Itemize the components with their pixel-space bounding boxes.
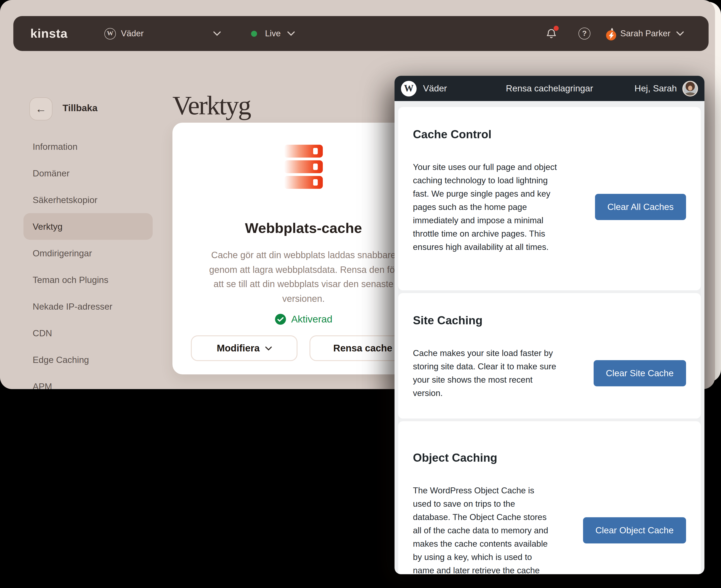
- server-stack-icon: [284, 145, 323, 189]
- section-text: Cache makes your site load faster by sto…: [413, 346, 584, 400]
- screenshot-stage: kinsta W Väder Live ?: [0, 0, 721, 588]
- back-label: Tillbaka: [62, 102, 98, 113]
- chevron-down-icon[interactable]: [676, 31, 684, 36]
- help-button[interactable]: ?: [578, 27, 590, 40]
- clear-object-cache-button[interactable]: Clear Object Cache: [583, 517, 686, 543]
- navbar-right-group: ? Sarah Parker: [545, 27, 684, 40]
- status-badge: Aktiverad: [291, 314, 332, 325]
- sidebar-item-edge-caching[interactable]: Edge Caching: [23, 346, 153, 373]
- user-name[interactable]: Sarah Parker: [620, 28, 670, 39]
- page-title: Verktyg: [173, 90, 251, 121]
- notification-badge: [554, 26, 559, 31]
- sidebar-item-apm[interactable]: APM: [23, 373, 153, 389]
- back-button[interactable]: ←: [29, 98, 53, 120]
- wp-site-name[interactable]: Väder: [423, 83, 447, 94]
- user-avatar-button[interactable]: [610, 29, 614, 38]
- object-caching-section: Object Caching The WordPress Object Cach…: [398, 421, 701, 574]
- card-description: Cache gör att din webbplats laddas snabb…: [200, 248, 407, 306]
- section-title: Site Caching: [413, 313, 686, 327]
- environment-selector-label[interactable]: Live: [265, 28, 281, 39]
- sidebar-item-information[interactable]: Information: [23, 133, 153, 160]
- wp-panel-body: Cache Control Your site uses our full pa…: [395, 101, 704, 574]
- arrow-left-icon: ←: [35, 102, 46, 115]
- section-title: Cache Control: [413, 127, 686, 141]
- sidebar-item-sakerhetskopior[interactable]: Säkerhetskopior: [23, 187, 153, 213]
- sidebar-item-nekade-ip-adresser[interactable]: Nekade IP-adresser: [23, 293, 153, 320]
- section-text: Your site uses our full page and object …: [413, 160, 584, 254]
- section-title: Object Caching: [413, 450, 686, 464]
- section-text: The WordPress Object Cache is used to sa…: [413, 484, 583, 574]
- wp-admin-bar: W Väder Rensa cachelagringar Hej, Sarah: [395, 76, 704, 101]
- clear-site-cache-button[interactable]: Clear Site Cache: [594, 360, 686, 386]
- site-sidebar: Information Domäner Säkerhetskopior Verk…: [23, 133, 153, 389]
- notifications-button[interactable]: [545, 27, 557, 40]
- site-caching-section: Site Caching Cache makes your site load …: [398, 293, 701, 419]
- chevron-down-icon[interactable]: [287, 31, 295, 36]
- sidebar-item-domaner[interactable]: Domäner: [23, 160, 153, 187]
- chevron-down-icon: [265, 346, 272, 350]
- top-navbar: kinsta W Väder Live ?: [13, 16, 708, 51]
- check-circle-icon: [275, 313, 286, 325]
- wordpress-logo-icon[interactable]: W: [401, 81, 417, 96]
- wp-greeting: Hej, Sarah: [635, 83, 677, 94]
- sidebar-item-verktyg[interactable]: Verktyg: [23, 213, 153, 240]
- wp-admin-overlay-panel: W Väder Rensa cachelagringar Hej, Sarah …: [395, 76, 704, 574]
- chevron-down-icon[interactable]: [214, 31, 221, 36]
- cache-control-section: Cache Control Your site uses our full pa…: [398, 107, 701, 290]
- live-status-dot: [251, 30, 257, 37]
- wp-clear-caches-menu-item[interactable]: Rensa cachelagringar: [506, 83, 593, 94]
- modify-button[interactable]: Modifiera: [191, 335, 298, 361]
- wordpress-icon: W: [104, 28, 116, 39]
- kinsta-logo: kinsta: [31, 26, 67, 41]
- lightning-badge-icon: [606, 30, 616, 40]
- site-selector-label[interactable]: Väder: [121, 28, 144, 39]
- wp-user-menu[interactable]: Hej, Sarah: [635, 81, 698, 96]
- sidebar-item-teman-och-plugins[interactable]: Teman och Plugins: [23, 267, 153, 293]
- clear-all-caches-button[interactable]: Clear All Caches: [595, 194, 686, 220]
- avatar: [682, 81, 698, 96]
- sidebar-item-cdn[interactable]: CDN: [23, 320, 153, 346]
- sidebar-item-omdirigeringar[interactable]: Omdirigeringar: [23, 240, 153, 267]
